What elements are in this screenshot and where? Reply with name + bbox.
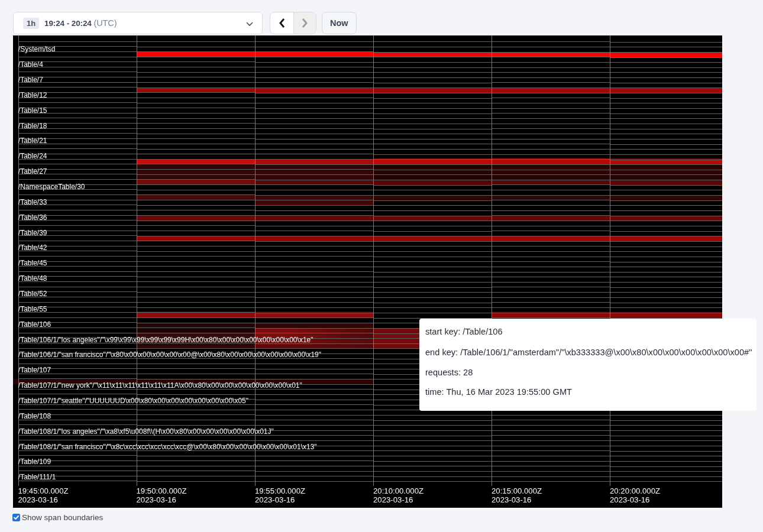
- svg-text:/Table/108/1/"los angeles"/"\x: /Table/108/1/"los angeles"/"\xa8\xf5\u00…: [18, 427, 274, 436]
- svg-text:/Table/111/1: /Table/111/1: [18, 473, 56, 481]
- svg-text:20:10:00.000Z: 20:10:00.000Z: [373, 486, 423, 495]
- svg-text:/Table/107/1/"seattle"/"UUUUUU: /Table/107/1/"seattle"/"UUUUUUD\x00\x80\…: [18, 397, 248, 405]
- svg-text:20:20:00.000Z: 20:20:00.000Z: [610, 486, 660, 495]
- svg-text:2023-03-16: 2023-03-16: [492, 495, 531, 504]
- svg-text:19:45:00.000Z: 19:45:00.000Z: [18, 486, 69, 495]
- svg-text:19:50:00.000Z: 19:50:00.000Z: [137, 486, 187, 495]
- svg-text:/Table/108: /Table/108: [18, 412, 51, 420]
- svg-text:19:55:00.000Z: 19:55:00.000Z: [255, 486, 305, 495]
- svg-text:/Table/7: /Table/7: [18, 76, 43, 84]
- svg-text:/Table/36: /Table/36: [18, 213, 47, 222]
- svg-text:/Table/24: /Table/24: [18, 152, 47, 160]
- svg-text:2023-03-16: 2023-03-16: [610, 495, 649, 504]
- svg-text:/Table/107: /Table/107: [18, 366, 51, 374]
- svg-text:/Table/12: /Table/12: [18, 91, 47, 99]
- svg-text:/Table/15: /Table/15: [18, 106, 47, 115]
- svg-text:/System/tsd: /System/tsd: [18, 45, 56, 53]
- svg-text:2023-03-16: 2023-03-16: [18, 495, 58, 504]
- svg-text:/NamespaceTable/30: /NamespaceTable/30: [18, 183, 85, 191]
- svg-text:2023-03-16: 2023-03-16: [137, 495, 176, 504]
- svg-text:/Table/109: /Table/109: [18, 458, 51, 466]
- svg-text:/Table/27: /Table/27: [18, 167, 47, 176]
- svg-text:/Table/106: /Table/106: [18, 320, 51, 329]
- svg-text:/Table/106/1/"los angeles"/"\x: /Table/106/1/"los angeles"/"\x99\x99\x99…: [18, 336, 313, 344]
- svg-text:/Table/106/1/"san francisco"/": /Table/106/1/"san francisco"/"\x80\x00\x…: [18, 351, 321, 359]
- svg-text:2023-03-16: 2023-03-16: [373, 495, 413, 504]
- svg-text:/Table/42: /Table/42: [18, 244, 47, 252]
- svg-text:/Table/4: /Table/4: [18, 60, 43, 69]
- svg-text:/Table/33: /Table/33: [18, 198, 47, 206]
- svg-text:/Table/107/1/"new york"/"\x11\: /Table/107/1/"new york"/"\x11\x11\x11\x1…: [18, 381, 302, 390]
- svg-text:/Table/55: /Table/55: [18, 305, 47, 313]
- svg-text:20:15:00.000Z: 20:15:00.000Z: [492, 486, 542, 495]
- svg-text:/Table/52: /Table/52: [18, 290, 47, 298]
- svg-text:/Table/48: /Table/48: [18, 274, 47, 283]
- svg-text:2023-03-16: 2023-03-16: [255, 495, 295, 504]
- svg-text:/Table/18: /Table/18: [18, 122, 47, 130]
- svg-text:/Table/108/1/"san francisco"/": /Table/108/1/"san francisco"/"\x8c\xcc\x…: [18, 443, 317, 451]
- svg-text:/Table/21: /Table/21: [18, 137, 47, 145]
- svg-text:/Table/45: /Table/45: [18, 259, 47, 267]
- svg-text:/Table/39: /Table/39: [18, 229, 47, 237]
